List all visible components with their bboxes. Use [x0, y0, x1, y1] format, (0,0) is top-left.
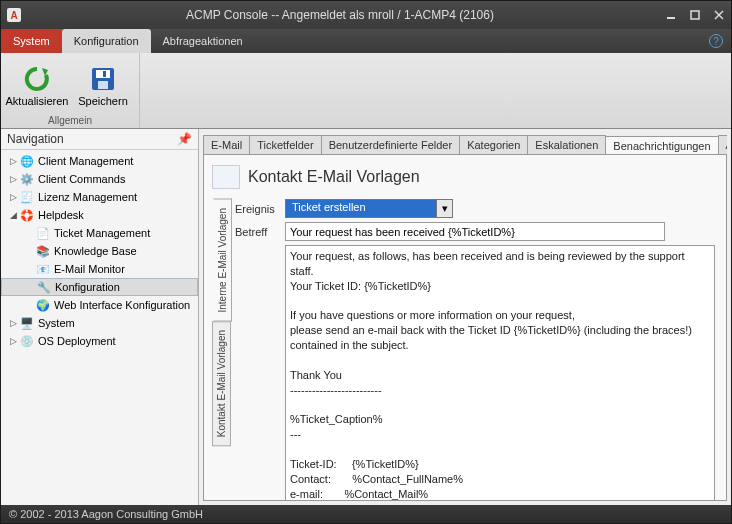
tree-konfiguration[interactable]: 🔧Konfiguration: [1, 278, 198, 296]
row-ereignis: Ereignis Ticket erstellen ▾: [235, 199, 718, 218]
page-title-icon: [212, 165, 240, 189]
ribbon-group-label: Allgemein: [11, 113, 129, 128]
content-body: Kontakt E-Mail Vorlagen Interne E-Mail V…: [203, 155, 727, 501]
pin-icon[interactable]: 📌: [177, 132, 192, 146]
titlebar: A ACMP Console -- Angemeldet als mroll /…: [1, 1, 731, 29]
ereignis-combo[interactable]: Ticket erstellen ▾: [285, 199, 453, 218]
row-body: [235, 245, 718, 501]
refresh-label: Aktualisieren: [6, 95, 69, 107]
tree-web-interface-konfiguration[interactable]: 🌍Web Interface Konfiguration: [1, 296, 198, 314]
tree-email-monitor[interactable]: 📧E-Mail Monitor: [1, 260, 198, 278]
close-button[interactable]: [707, 5, 731, 25]
statusbar-text: © 2002 - 2013 Aagon Consulting GmbH: [9, 508, 203, 520]
statusbar: © 2002 - 2013 Aagon Consulting GmbH: [1, 505, 731, 524]
save-icon: [87, 63, 119, 95]
label-ereignis: Ereignis: [235, 203, 279, 215]
svg-rect-6: [98, 81, 108, 89]
tab-anhaenge[interactable]: Anhänge: [718, 135, 727, 154]
tree-client-commands[interactable]: ▷⚙️Client Commands: [1, 170, 198, 188]
workspace: Navigation 📌 ▷🌐Client Management ▷⚙️Clie…: [1, 129, 731, 505]
web-icon: 🌍: [35, 297, 51, 313]
globe-icon: 🌐: [19, 153, 35, 169]
menubar: System Konfiguration Abfrageaktionen ?: [1, 29, 731, 53]
refresh-icon: [21, 63, 53, 95]
menu-system[interactable]: System: [1, 29, 62, 53]
tree-client-management[interactable]: ▷🌐Client Management: [1, 152, 198, 170]
content-area: E-Mail Ticketfelder Benutzerdefinierte F…: [199, 129, 731, 505]
tree-ticket-management[interactable]: 📄Ticket Management: [1, 224, 198, 242]
mail-icon: 📧: [35, 261, 51, 277]
navigation-tree: ▷🌐Client Management ▷⚙️Client Commands ▷…: [1, 150, 198, 352]
tree-system[interactable]: ▷🖥️System: [1, 314, 198, 332]
navigation-title: Navigation: [7, 132, 64, 146]
vtab-interne[interactable]: Interne E-Mail Vorlagen: [213, 199, 232, 322]
tab-email[interactable]: E-Mail: [203, 135, 250, 154]
config-icon: 🔧: [36, 279, 52, 295]
menu-abfrageaktionen[interactable]: Abfrageaktionen: [151, 29, 255, 53]
save-label: Speichern: [78, 95, 128, 107]
chevron-down-icon[interactable]: ▾: [436, 200, 452, 217]
row-betreff: Betreff: [235, 222, 718, 241]
label-betreff: Betreff: [235, 226, 279, 238]
page-title-row: Kontakt E-Mail Vorlagen: [212, 161, 718, 199]
form-fields: Ereignis Ticket erstellen ▾ Betreff: [235, 199, 718, 501]
deploy-icon: 💿: [19, 333, 35, 349]
system-icon: 🖥️: [19, 315, 35, 331]
page-title: Kontakt E-Mail Vorlagen: [248, 168, 420, 186]
tab-eskalationen[interactable]: Eskalationen: [527, 135, 606, 154]
menu-konfiguration[interactable]: Konfiguration: [62, 29, 151, 53]
tab-ticketfelder[interactable]: Ticketfelder: [249, 135, 321, 154]
ribbon-group-allgemein: Aktualisieren Speichern Allgemein: [1, 53, 140, 128]
maximize-button[interactable]: [683, 5, 707, 25]
tab-benutzerdefinierte-felder[interactable]: Benutzerdefinierte Felder: [321, 135, 461, 154]
helpdesk-icon: 🛟: [19, 207, 35, 223]
body-textarea[interactable]: [285, 245, 715, 501]
tree-os-deployment[interactable]: ▷💿OS Deployment: [1, 332, 198, 350]
svg-rect-7: [103, 71, 106, 77]
book-icon: 📚: [35, 243, 51, 259]
navigation-panel: Navigation 📌 ▷🌐Client Management ▷⚙️Clie…: [1, 129, 199, 505]
refresh-button[interactable]: Aktualisieren: [11, 57, 63, 113]
svg-rect-1: [691, 11, 699, 19]
ereignis-value: Ticket erstellen: [286, 200, 436, 217]
tree-lizenz-management[interactable]: ▷🧾Lizenz Management: [1, 188, 198, 206]
minimize-button[interactable]: [659, 5, 683, 25]
ribbon: Aktualisieren Speichern Allgemein: [1, 53, 731, 129]
tree-knowledge-base[interactable]: 📚Knowledge Base: [1, 242, 198, 260]
tabstrip: E-Mail Ticketfelder Benutzerdefinierte F…: [203, 133, 727, 155]
tab-kategorien[interactable]: Kategorien: [459, 135, 528, 154]
license-icon: 🧾: [19, 189, 35, 205]
tree-helpdesk[interactable]: ◢🛟Helpdesk: [1, 206, 198, 224]
help-icon[interactable]: ?: [709, 34, 723, 48]
ticket-icon: 📄: [35, 225, 51, 241]
vertical-tabs: Interne E-Mail Vorlagen Kontakt E-Mail V…: [212, 199, 231, 501]
window-title: ACMP Console -- Angemeldet als mroll / 1…: [21, 8, 659, 22]
form-area: Interne E-Mail Vorlagen Kontakt E-Mail V…: [212, 199, 718, 501]
save-button[interactable]: Speichern: [77, 57, 129, 113]
navigation-header: Navigation 📌: [1, 129, 198, 150]
gear-icon: ⚙️: [19, 171, 35, 187]
betreff-input[interactable]: [285, 222, 665, 241]
vtab-kontakt[interactable]: Kontakt E-Mail Vorlagen: [212, 321, 231, 446]
tab-benachrichtigungen[interactable]: Benachrichtigungen: [605, 136, 718, 155]
app-icon: A: [7, 8, 21, 22]
